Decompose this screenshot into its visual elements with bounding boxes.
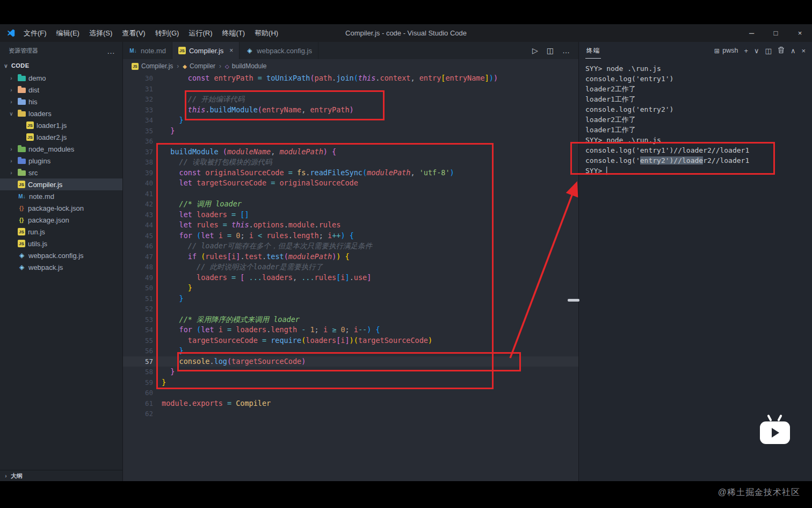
chevron-right-icon: › — [8, 75, 15, 81]
code-line-46[interactable]: 46 // loader可能存在多个，但是本次只需要执行满足条件 — [123, 241, 578, 252]
tree-item-plugins[interactable]: ›plugins — [0, 155, 122, 167]
tab-terminal[interactable]: 终端 — [585, 43, 601, 59]
tree-item-webpack-config-js[interactable]: ◈webpack.config.js — [0, 249, 122, 261]
code-line-57[interactable]: 57 console.log(targetSourceCode) — [123, 356, 578, 367]
outline-section-header[interactable]: › 大纲 — [0, 470, 122, 481]
tree-item-label: run.js — [28, 228, 45, 236]
tab-label: Compiler.js — [189, 47, 223, 55]
line-number: 62 — [123, 409, 162, 419]
chevron-right-icon: › — [8, 146, 15, 152]
tree-item-label: his — [28, 98, 38, 106]
restore-button[interactable]: □ — [764, 24, 788, 42]
menu-item-0[interactable]: 文件(F) — [19, 24, 52, 42]
code-line-49[interactable]: 49 loaders = [ ...loaders, ...rules[i].u… — [123, 273, 578, 283]
code-line-61[interactable]: 61module.exports = Compiler — [123, 398, 578, 409]
code-line-content: // 此时说明这个loader是需要执行了 — [162, 262, 323, 273]
code-editor[interactable]: 30 const entryPath = toUnixPath(path.joi… — [123, 73, 578, 481]
tree-item-utils-js[interactable]: JSutils.js — [0, 238, 122, 249]
code-line-55[interactable]: 55 targetSourceCode = require(loaders[i]… — [123, 335, 578, 346]
code-line-48[interactable]: 48 // 此时说明这个loader是需要执行了 — [123, 262, 578, 273]
code-line-44[interactable]: 44 let rules = this.options.module.rules — [123, 220, 578, 231]
menu-item-7[interactable]: 帮助(H) — [250, 24, 283, 42]
minimize-button[interactable]: ─ — [740, 24, 764, 42]
shell-selector[interactable]: ⊞ pwsh — [714, 47, 738, 55]
menu-item-6[interactable]: 终端(T) — [217, 24, 250, 42]
tree-item-package-json[interactable]: {}package.json — [0, 214, 122, 226]
close-button[interactable]: × — [788, 24, 812, 42]
code-line-36[interactable]: 36 — [123, 136, 578, 147]
tree-item-webpack-js[interactable]: ◈webpack.js — [0, 261, 122, 273]
tree-item-dist[interactable]: ›dist — [0, 84, 122, 96]
tree-item-loader2-js[interactable]: JSloader2.js — [0, 131, 122, 143]
tab-note-md[interactable]: M↓note.md — [123, 42, 172, 59]
code-line-62[interactable]: 62 — [123, 409, 578, 419]
code-line-33[interactable]: 33 this.buildModule(entryName, entryPath… — [123, 105, 578, 116]
tree-item-note-md[interactable]: M↓note.md — [0, 190, 122, 202]
code-line-50[interactable]: 50 } — [123, 283, 578, 294]
code-line-39[interactable]: 39 const originalSourceCode = fs.readFil… — [123, 168, 578, 178]
tree-item-package-lock-json[interactable]: {}package-lock.json — [0, 202, 122, 214]
code-line-53[interactable]: 53 //* 采用降序的模式来调用 loader — [123, 314, 578, 325]
split-editor-button[interactable]: ◫ — [547, 46, 554, 55]
close-panel-button[interactable]: × — [801, 47, 806, 55]
menu-item-5[interactable]: 运行(R) — [184, 24, 217, 42]
terminal-line-5: loader2工作了 — [585, 115, 812, 125]
menu-item-4[interactable]: 转到(G) — [150, 24, 184, 42]
code-line-58[interactable]: 58 } — [123, 367, 578, 377]
line-number: 57 — [123, 356, 162, 367]
scrollbar-thumb[interactable] — [568, 299, 579, 302]
breadcrumb-item-compiler[interactable]: ◆Compiler — [183, 62, 215, 70]
tab-compiler-js[interactable]: JSCompiler.js× — [172, 42, 240, 59]
code-line-59[interactable]: 59} — [123, 377, 578, 388]
tree-item-his[interactable]: ›his — [0, 96, 122, 108]
explorer-sidebar: 资源管理器 … ∨ CODE ›demo›dist›his∨loadersJSl… — [0, 42, 123, 481]
code-line-30[interactable]: 30 const entryPath = toUnixPath(path.joi… — [123, 73, 578, 84]
workspace-section-header[interactable]: ∨ CODE — [0, 59, 122, 72]
code-line-38[interactable]: 38 // 读取被打包模块的源代码 — [123, 157, 578, 168]
menu-item-2[interactable]: 选择(S) — [84, 24, 117, 42]
tree-item-run-js[interactable]: JSrun.js — [0, 226, 122, 238]
tree-item-loaders[interactable]: ∨loaders — [0, 108, 122, 119]
tree-item-node_modules[interactable]: ›node_modules — [0, 143, 122, 155]
code-line-35[interactable]: 35 } — [123, 126, 578, 137]
tree-item-src[interactable]: ›src — [0, 167, 122, 178]
code-line-32[interactable]: 32 // 开始编译代码 — [123, 94, 578, 105]
tree-item-demo[interactable]: ›demo — [0, 72, 122, 84]
code-line-43[interactable]: 43 let loaders = [] — [123, 210, 578, 220]
menu-item-3[interactable]: 查看(V) — [117, 24, 150, 42]
tab-webpack-config-js[interactable]: ◈webpack.config.js — [240, 42, 318, 59]
folder-icon — [18, 76, 26, 81]
new-terminal-button[interactable]: + — [744, 47, 748, 55]
code-line-47[interactable]: 47 if (rules[i].test.test(modulePath)) { — [123, 252, 578, 262]
terminal-output[interactable]: SYY> node .\run.jsconsole.log('entry1')l… — [579, 59, 812, 176]
letterbox-bottom: @稀土掘金技术社区 — [0, 481, 812, 508]
maximize-panel-button[interactable]: ∧ — [791, 47, 796, 55]
code-line-60[interactable]: 60 — [123, 388, 578, 398]
tree-item-loader1-js[interactable]: JSloader1.js — [0, 119, 122, 131]
code-line-52[interactable]: 52 — [123, 304, 578, 314]
code-line-51[interactable]: 51 } — [123, 294, 578, 304]
more-actions-button[interactable]: … — [562, 46, 570, 55]
code-line-37[interactable]: 37 buildModule (moduleName, modulePath) … — [123, 147, 578, 158]
tree-item-compiler-js[interactable]: JSCompiler.js — [0, 178, 122, 190]
code-line-content: } — [162, 367, 175, 377]
code-line-42[interactable]: 42 //* 调用 loader — [123, 199, 578, 210]
code-line-31[interactable]: 31 — [123, 84, 578, 95]
code-line-34[interactable]: 34 } — [123, 115, 578, 126]
kill-terminal-button[interactable] — [778, 46, 785, 55]
code-line-45[interactable]: 45 for (let i = 0; i < rules.length; i++… — [123, 231, 578, 241]
split-terminal-button[interactable]: ◫ — [765, 47, 772, 55]
tree-item-label: utils.js — [28, 240, 47, 248]
breadcrumb-item-compiler-js[interactable]: JSCompiler.js — [132, 62, 173, 70]
code-line-56[interactable]: 56 } — [123, 346, 578, 356]
run-button[interactable]: ▷ — [532, 46, 538, 55]
terminal-dropdown-icon[interactable]: ∨ — [754, 47, 759, 55]
code-line-54[interactable]: 54 for (let i = loaders.length - 1; i ≥ … — [123, 325, 578, 335]
close-tab-icon[interactable]: × — [229, 47, 233, 54]
breadcrumb-item-buildmodule[interactable]: ◇buildModule — [225, 62, 266, 70]
menu-item-1[interactable]: 编辑(E) — [52, 24, 84, 42]
code-line-41[interactable]: 41 — [123, 189, 578, 199]
code-line-40[interactable]: 40 let targetSourceCode = originalSource… — [123, 178, 578, 189]
explorer-more-icon[interactable]: … — [107, 46, 115, 55]
workspace-name: CODE — [11, 62, 29, 69]
